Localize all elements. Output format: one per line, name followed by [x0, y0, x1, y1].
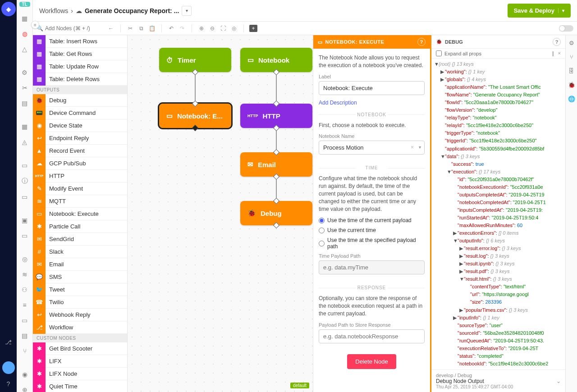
- notebook-name-select[interactable]: [319, 141, 425, 155]
- back-icon[interactable]: ←: [107, 25, 115, 32]
- copy-icon[interactable]: ⧉: [137, 25, 145, 32]
- nav-icon[interactable]: ⓘ: [21, 177, 29, 185]
- palette-node[interactable]: ◉Device State: [33, 119, 127, 132]
- branch-icon[interactable]: ⎇: [5, 339, 12, 346]
- nav-icon[interactable]: ▦: [21, 15, 29, 22]
- node-timer[interactable]: ⏱Timer: [159, 48, 231, 72]
- nav-icon[interactable]: ◬: [21, 138, 29, 146]
- palette-node[interactable]: 🐦Tweet: [33, 283, 127, 296]
- chevron-down-icon[interactable]: ⌄: [556, 378, 561, 384]
- node-debug[interactable]: 🐞Debug: [240, 201, 312, 225]
- collapse-palette-button[interactable]: ≡: [31, 21, 39, 29]
- zoom-out-icon[interactable]: ⊖: [208, 25, 216, 32]
- zoom-in-icon[interactable]: ⊕: [197, 25, 206, 32]
- nav-icon[interactable]: ⑂: [21, 347, 29, 355]
- node-notebook[interactable]: ▭Notebook: [240, 48, 312, 72]
- debug-tree[interactable]: ▼{root} {} 13 keys▶"working": {} 1 key▶"…: [431, 59, 565, 369]
- undo-icon[interactable]: ↶: [167, 25, 175, 32]
- palette-node[interactable]: ✉SendGrid: [33, 233, 127, 246]
- breadcrumb-dropdown[interactable]: ▾: [182, 6, 192, 16]
- palette-node[interactable]: ✱LIFX: [33, 355, 127, 368]
- pause-icon[interactable]: ‖: [552, 50, 554, 56]
- palette-node[interactable]: ✉Email: [33, 258, 127, 271]
- add-nodes-search[interactable]: [45, 25, 95, 32]
- close-icon[interactable]: ×: [558, 50, 561, 56]
- nav-icon[interactable]: ▤: [21, 332, 29, 339]
- palette-node[interactable]: ▲Record Event: [33, 145, 127, 157]
- help-icon[interactable]: ?: [7, 380, 10, 387]
- add-description-link[interactable]: Add Description: [319, 100, 357, 106]
- help-icon[interactable]: ?: [553, 38, 561, 46]
- nav-icon[interactable]: ◍: [21, 30, 29, 37]
- palette-node[interactable]: ▦Table: Delete Rows: [33, 73, 127, 86]
- palette-node[interactable]: ▦Table: Get Rows: [33, 48, 127, 60]
- response-path-input[interactable]: [319, 329, 425, 343]
- nav-icon[interactable]: ⊕: [21, 386, 29, 392]
- palette-node[interactable]: ▭Notebook: Execute: [33, 208, 127, 220]
- palette-node[interactable]: ☁GCP Pub/Sub: [33, 157, 127, 170]
- palette-node[interactable]: 🐞Debug: [33, 94, 127, 107]
- node-http[interactable]: HTTPHTTP: [240, 104, 312, 128]
- palette-node[interactable]: ✎Modify Event: [33, 182, 127, 195]
- nav-icon[interactable]: ≡: [21, 301, 29, 309]
- help-icon[interactable]: ?: [417, 38, 426, 46]
- palette-node[interactable]: ✱Particle Call: [33, 220, 127, 233]
- database-icon[interactable]: 🗄: [568, 68, 574, 74]
- nav-icon[interactable]: ◉: [21, 371, 29, 378]
- nav-icon[interactable]: ◎: [21, 255, 29, 263]
- nav-icon[interactable]: ⚙: [21, 69, 29, 76]
- app-logo[interactable]: ◆: [1, 2, 16, 16]
- nav-icon[interactable]: ▭: [21, 317, 29, 324]
- delete-node-button[interactable]: Delete Node: [347, 354, 396, 369]
- breadcrumb-root[interactable]: Workflows: [39, 7, 68, 14]
- reset-zoom-icon[interactable]: ◎: [230, 25, 238, 32]
- label-input[interactable]: [319, 81, 425, 95]
- globe-icon[interactable]: 🌐: [568, 96, 575, 102]
- clear-icon[interactable]: ×: [411, 144, 414, 150]
- node-notebook-execute[interactable]: ▭Notebook: E...: [159, 104, 231, 128]
- palette-node[interactable]: ☎Twilio: [33, 296, 127, 309]
- time-option-path[interactable]: Use the time at the specified payload pa…: [319, 237, 425, 250]
- cut-icon[interactable]: ✂: [126, 25, 134, 32]
- nav-icon[interactable]: ⚇: [21, 286, 29, 293]
- workflow-canvas[interactable]: ⏱Timer ▭Notebook ▭Notebook: E... HTTPHTT…: [128, 35, 313, 392]
- time-option-current[interactable]: Use the current time: [319, 227, 425, 233]
- branch-icon[interactable]: ⑂: [570, 54, 573, 60]
- chevron-down-icon[interactable]: ▾: [419, 145, 421, 150]
- nav-icon[interactable]: ▣: [21, 217, 29, 224]
- palette-node[interactable]: HTTPHTTP: [33, 170, 127, 182]
- toggle[interactable]: [559, 25, 573, 32]
- paste-icon[interactable]: 📋: [148, 25, 156, 32]
- nav-icon[interactable]: △: [21, 46, 29, 53]
- node-email[interactable]: ✉Email: [240, 152, 312, 177]
- nav-icon[interactable]: ▭: [21, 232, 29, 239]
- nav-icon[interactable]: ▤: [21, 100, 29, 107]
- expand-all-checkbox[interactable]: [436, 50, 442, 56]
- redo-icon[interactable]: ↷: [178, 25, 186, 32]
- time-option-payload[interactable]: Use the time of the current payload: [319, 217, 425, 223]
- palette-node[interactable]: ≋MQTT: [33, 195, 127, 208]
- nav-icon[interactable]: ≋: [21, 271, 29, 278]
- palette-node[interactable]: #Slack: [33, 246, 127, 258]
- nav-icon[interactable]: ▭: [21, 193, 29, 201]
- palette-node[interactable]: ▦Table: Insert Rows: [33, 35, 127, 48]
- nav-icon[interactable]: ▦: [21, 123, 29, 130]
- org-badge[interactable]: TL: [19, 2, 30, 7]
- avatar[interactable]: [2, 361, 15, 374]
- palette-node[interactable]: 📟Device Command: [33, 107, 127, 119]
- gear-icon[interactable]: ⚙: [569, 40, 574, 46]
- palette-node[interactable]: ↩Endpoint Reply: [33, 132, 127, 145]
- nav-icon[interactable]: ▭: [21, 162, 29, 169]
- nav-icon[interactable]: ✂: [21, 84, 29, 91]
- add-icon[interactable]: +: [249, 25, 257, 32]
- palette-node[interactable]: ✱LIFX Node: [33, 368, 127, 380]
- save-deploy-button[interactable]: Save & Deploy▾: [508, 4, 571, 18]
- bug-icon[interactable]: 🐞: [568, 82, 575, 88]
- palette-node[interactable]: 💬SMS: [33, 271, 127, 283]
- palette-node[interactable]: ✱Get Bird Scooter: [33, 342, 127, 355]
- fit-icon[interactable]: ⛶: [219, 25, 227, 32]
- palette-node[interactable]: ⎇Workflow: [33, 321, 127, 334]
- palette-node[interactable]: ✱Quiet Time: [33, 380, 127, 392]
- palette-node[interactable]: ↩Webhook Reply: [33, 309, 127, 321]
- palette-node[interactable]: ▦Table: Update Row: [33, 60, 127, 73]
